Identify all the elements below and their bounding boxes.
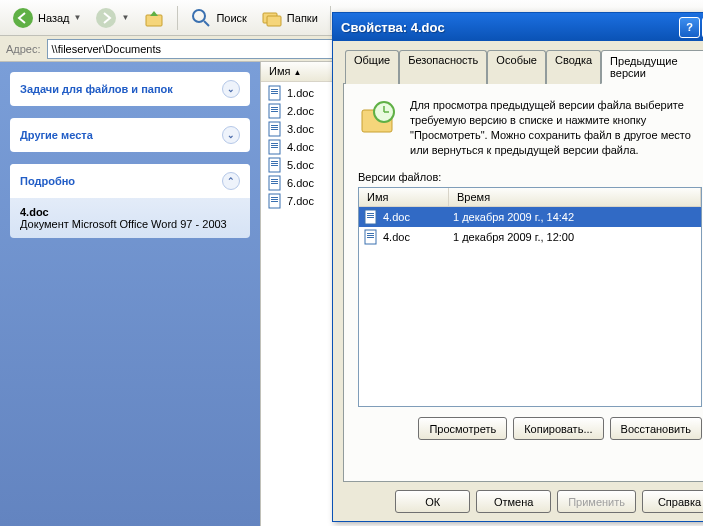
svg-point-0 (13, 8, 33, 28)
help-section: Для просмотра предыдущей версии файла вы… (358, 98, 702, 157)
svg-rect-14 (271, 111, 278, 112)
tab-4[interactable]: Предыдущие версии (601, 50, 703, 84)
chevron-down-icon: ⌄ (222, 80, 240, 98)
tab-0[interactable]: Общие (345, 50, 399, 84)
svg-rect-26 (271, 165, 278, 166)
svg-rect-40 (367, 213, 374, 214)
separator (177, 6, 178, 30)
svg-rect-21 (271, 145, 278, 146)
svg-rect-24 (271, 161, 278, 162)
column-name[interactable]: Имя (359, 188, 449, 206)
panel-file-tasks: Задачи для файлов и папок ⌄ (10, 72, 250, 106)
up-button[interactable] (137, 4, 171, 32)
doc-icon (267, 121, 283, 137)
chevron-down-icon: ▼ (121, 13, 129, 22)
doc-icon (363, 229, 379, 245)
svg-rect-33 (271, 199, 278, 200)
back-label: Назад (38, 12, 70, 24)
svg-rect-42 (367, 217, 374, 218)
doc-icon (363, 209, 379, 225)
versions-header: Имя Время (359, 188, 701, 207)
back-button[interactable]: Назад ▼ (6, 4, 87, 32)
ok-button[interactable]: ОК (395, 490, 470, 513)
doc-icon (267, 139, 283, 155)
version-row[interactable]: 4.doc1 декабря 2009 г., 12:00 (359, 227, 701, 247)
panel-header[interactable]: Другие места ⌄ (10, 118, 250, 152)
file-name: 1.doc (287, 87, 314, 99)
panel-title: Другие места (20, 129, 93, 141)
svg-rect-22 (271, 147, 278, 148)
version-time: 1 декабря 2009 г., 12:00 (449, 229, 701, 245)
svg-rect-2 (146, 15, 162, 26)
file-name: 6.doc (287, 177, 314, 189)
column-time[interactable]: Время (449, 188, 701, 206)
restore-button[interactable]: Восстановить (610, 417, 702, 440)
help-text: Для просмотра предыдущей версии файла вы… (410, 98, 702, 157)
chevron-down-icon: ▼ (74, 13, 82, 22)
panel-header[interactable]: Задачи для файлов и папок ⌄ (10, 72, 250, 106)
svg-line-4 (204, 21, 209, 26)
svg-rect-20 (271, 143, 278, 144)
svg-rect-34 (271, 201, 278, 202)
svg-rect-45 (367, 235, 374, 236)
folders-button[interactable]: Папки (255, 4, 324, 32)
svg-rect-28 (271, 179, 278, 180)
cancel-button[interactable]: Отмена (476, 490, 551, 513)
svg-rect-12 (271, 107, 278, 108)
svg-rect-46 (367, 237, 374, 238)
version-name: 4.doc (383, 211, 410, 223)
panel-other-places: Другие места ⌄ (10, 118, 250, 152)
details-description: Документ Microsoft Office Word 97 - 2003 (20, 218, 240, 230)
copy-button[interactable]: Копировать... (513, 417, 603, 440)
panel-header[interactable]: Подробно ⌃ (10, 164, 250, 198)
doc-icon (267, 103, 283, 119)
svg-rect-8 (271, 89, 278, 90)
svg-rect-9 (271, 91, 278, 92)
chevron-down-icon: ⌄ (222, 126, 240, 144)
folders-icon (261, 7, 283, 29)
forward-button[interactable]: ▼ (89, 4, 135, 32)
tab-1[interactable]: Безопасность (399, 50, 487, 84)
dialog-buttons: ОК Отмена Применить Справка (333, 490, 703, 523)
window-buttons: ? ✕ (679, 17, 703, 38)
address-label: Адрес: (6, 43, 41, 55)
file-name: 5.doc (287, 159, 314, 171)
dialog-body: ОбщиеБезопасностьОсобыеСводкаПредыдущие … (333, 41, 703, 490)
action-buttons: Просмотреть Копировать... Восстановить (358, 417, 702, 440)
search-button[interactable]: Поиск (184, 4, 252, 32)
svg-point-1 (96, 8, 116, 28)
svg-rect-16 (271, 125, 278, 126)
tab-3[interactable]: Сводка (546, 50, 601, 84)
svg-rect-6 (267, 16, 281, 26)
help-button[interactable]: ? (679, 17, 700, 38)
svg-rect-17 (271, 127, 278, 128)
file-name: 2.doc (287, 105, 314, 117)
details-filename: 4.doc (20, 206, 240, 218)
svg-rect-13 (271, 109, 278, 110)
panel-title: Задачи для файлов и папок (20, 83, 173, 95)
folder-up-icon (143, 7, 165, 29)
svg-point-3 (193, 10, 205, 22)
back-icon (12, 7, 34, 29)
svg-rect-32 (271, 197, 278, 198)
dialog-title: Свойства: 4.doc (341, 20, 445, 35)
versions-list[interactable]: Имя Время 4.doc1 декабря 2009 г., 14:424… (358, 187, 702, 407)
file-name: 7.doc (287, 195, 314, 207)
doc-icon (267, 175, 283, 191)
search-icon (190, 7, 212, 29)
tab-strip: ОбщиеБезопасностьОсобыеСводкаПредыдущие … (343, 49, 703, 84)
dialog-titlebar[interactable]: Свойства: 4.doc ? ✕ (333, 13, 703, 41)
forward-icon (95, 7, 117, 29)
svg-rect-10 (271, 93, 278, 94)
apply-button[interactable]: Применить (557, 490, 636, 513)
svg-rect-41 (367, 215, 374, 216)
svg-rect-25 (271, 163, 278, 164)
versions-label: Версии файлов: (358, 171, 702, 183)
version-row[interactable]: 4.doc1 декабря 2009 г., 14:42 (359, 207, 701, 227)
version-name: 4.doc (383, 231, 410, 243)
view-button[interactable]: Просмотреть (418, 417, 507, 440)
tab-2[interactable]: Особые (487, 50, 546, 84)
help-button[interactable]: Справка (642, 490, 703, 513)
panel-details: Подробно ⌃ 4.doc Документ Microsoft Offi… (10, 164, 250, 238)
properties-dialog: Свойства: 4.doc ? ✕ ОбщиеБезопасностьОсо… (332, 12, 703, 522)
